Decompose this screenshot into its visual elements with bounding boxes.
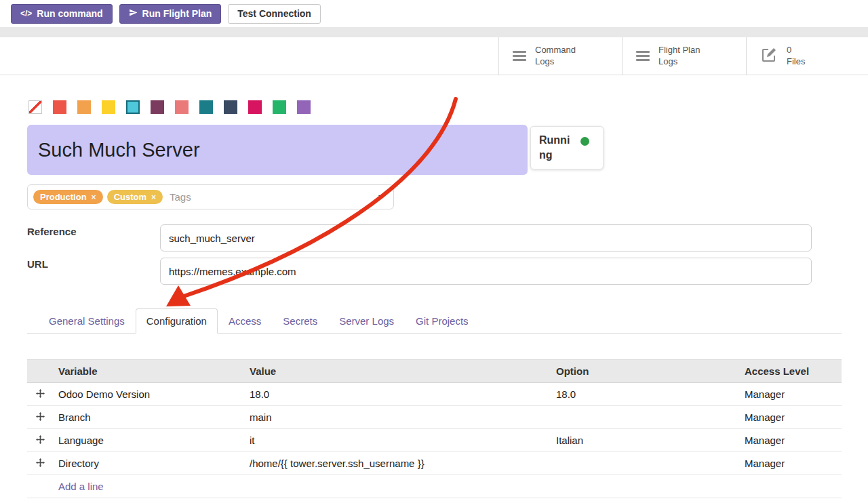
color-swatch-teal[interactable]	[199, 100, 213, 114]
drag-handle-icon[interactable]	[36, 389, 45, 398]
color-swatch-navy[interactable]	[224, 100, 237, 114]
test-connection-button[interactable]: Test Connection	[228, 4, 321, 24]
drag-handle-icon[interactable]	[36, 435, 45, 444]
cell-access-level[interactable]: Manager	[745, 429, 842, 452]
reference-input[interactable]	[160, 224, 812, 252]
cell-variable[interactable]: Odoo Demo Version	[58, 383, 250, 406]
cell-option[interactable]	[556, 452, 745, 475]
tag-label: Production	[40, 192, 87, 202]
cell-option[interactable]	[556, 406, 745, 429]
column-header-option: Option	[556, 360, 745, 383]
tab-configuration[interactable]: Configuration	[136, 308, 218, 334]
cell-variable[interactable]: Directory	[58, 452, 250, 475]
chevron-down-icon[interactable]	[378, 195, 384, 199]
flight-plan-logs-label: Flight Plan Logs	[658, 45, 714, 68]
url-label: URL	[27, 258, 48, 270]
test-connection-label: Test Connection	[237, 8, 311, 19]
color-swatch-yellow[interactable]	[102, 100, 115, 114]
tab-general-settings[interactable]: General Settings	[38, 308, 136, 334]
table-row[interactable]: LanguageitItalianManager	[27, 429, 842, 452]
color-swatch-plum[interactable]	[151, 100, 164, 114]
add-line-row: Add a line	[27, 475, 842, 498]
tab-secrets[interactable]: Secrets	[272, 308, 328, 334]
files-button[interactable]: 0 Files	[746, 37, 868, 75]
command-logs-label: Command Logs	[535, 45, 584, 68]
cell-option[interactable]: 18.0	[556, 383, 745, 406]
run-flight-plan-label: Run Flight Plan	[142, 8, 212, 19]
cell-option[interactable]: Italian	[556, 429, 745, 452]
cell-variable[interactable]: Language	[58, 429, 250, 452]
tab-access[interactable]: Access	[218, 308, 272, 334]
tag-remove-icon[interactable]: ×	[92, 193, 96, 202]
table-row[interactable]: Directory/home/{{ tower.server.ssh_usern…	[27, 452, 842, 475]
color-swatch-green[interactable]	[273, 100, 286, 114]
code-icon: </>	[20, 9, 32, 18]
color-palette	[28, 100, 311, 114]
tab-git-projects[interactable]: Git Projects	[405, 308, 479, 334]
list-icon	[513, 51, 526, 61]
top-toolbar: </> Run command Run Flight Plan Test Con…	[0, 0, 868, 27]
add-line-link[interactable]: Add a line	[58, 481, 104, 492]
run-command-button[interactable]: </> Run command	[11, 4, 113, 24]
color-swatch-purple[interactable]	[297, 100, 311, 114]
server-status-card: Running	[530, 126, 604, 169]
url-input[interactable]	[160, 258, 812, 285]
reference-label: Reference	[27, 226, 77, 237]
paper-plane-icon	[129, 8, 138, 19]
tag-label: Custom	[114, 192, 146, 202]
color-swatch-no-color[interactable]	[28, 100, 42, 114]
configuration-table: Variable Value Option Access Level Odoo …	[27, 359, 842, 498]
cell-access-level[interactable]: Manager	[745, 406, 842, 429]
handle-column-header	[27, 360, 58, 383]
cell-access-level[interactable]: Manager	[745, 383, 842, 406]
status-dot-icon	[580, 137, 589, 146]
tags-field[interactable]: Production×Custom× Tags	[27, 184, 394, 209]
column-header-access-level: Access Level	[745, 360, 842, 383]
flight-plan-logs-button[interactable]: Flight Plan Logs	[622, 37, 746, 75]
column-header-value: Value	[250, 360, 556, 383]
run-flight-plan-button[interactable]: Run Flight Plan	[119, 4, 222, 24]
server-status-label: Running	[539, 133, 574, 163]
cell-variable[interactable]: Branch	[58, 406, 250, 429]
cell-value[interactable]: 18.0	[250, 383, 556, 406]
tag-pill-production[interactable]: Production×	[33, 190, 103, 204]
divider-strip	[0, 27, 868, 37]
drag-handle-icon[interactable]	[36, 412, 45, 421]
page-header: Command Logs Flight Plan Logs 0 Files	[0, 37, 868, 75]
table-header-row: Variable Value Option Access Level	[27, 360, 842, 383]
color-swatch-salmon[interactable]	[175, 100, 189, 114]
server-name-input[interactable]	[27, 125, 528, 175]
cell-access-level[interactable]: Manager	[745, 452, 842, 475]
config-table-body: Odoo Demo Version18.018.0ManagerBranchma…	[27, 383, 842, 475]
color-swatch-cyan[interactable]	[126, 100, 140, 114]
color-swatch-orange[interactable]	[77, 100, 91, 114]
tag-remove-icon[interactable]: ×	[151, 193, 156, 202]
cell-value[interactable]: main	[250, 406, 556, 429]
run-command-label: Run command	[37, 8, 102, 19]
cell-value[interactable]: /home/{{ tower.server.ssh_username }}	[250, 452, 556, 475]
tag-list: Production×Custom×	[33, 190, 163, 204]
cell-value[interactable]: it	[250, 429, 556, 452]
color-swatch-red[interactable]	[53, 100, 66, 114]
edit-icon	[760, 47, 778, 66]
command-logs-button[interactable]: Command Logs	[498, 37, 622, 75]
column-header-variable: Variable	[58, 360, 250, 383]
tab-bar: General SettingsConfigurationAccessSecre…	[27, 308, 842, 334]
tags-placeholder: Tags	[170, 191, 191, 203]
color-swatch-magenta[interactable]	[248, 100, 262, 114]
files-label: Files	[787, 56, 805, 68]
list-icon	[636, 51, 650, 61]
table-row[interactable]: BranchmainManager	[27, 406, 842, 429]
table-row[interactable]: Odoo Demo Version18.018.0Manager	[27, 383, 842, 406]
tab-server-logs[interactable]: Server Logs	[328, 308, 405, 334]
tag-pill-custom[interactable]: Custom×	[107, 190, 163, 204]
files-count: 0	[787, 45, 805, 56]
drag-handle-icon[interactable]	[36, 458, 45, 467]
